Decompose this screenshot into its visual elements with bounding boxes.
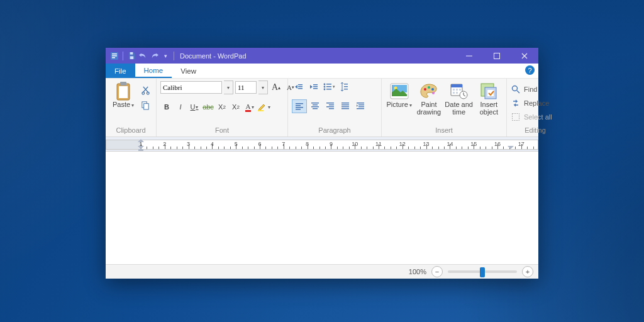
- svg-rect-42: [329, 108, 334, 109]
- svg-rect-60: [453, 89, 455, 91]
- bullets-button[interactable]: ▾: [322, 80, 336, 93]
- group-editing: Find Replace Select all Editing: [507, 79, 564, 136]
- svg-rect-43: [341, 103, 349, 104]
- zoom-in-button[interactable]: +: [522, 266, 533, 277]
- copy-button[interactable]: [140, 99, 151, 111]
- paste-button[interactable]: Paste▾: [109, 80, 137, 109]
- svg-rect-25: [326, 84, 331, 85]
- tab-view[interactable]: View: [172, 64, 205, 78]
- paragraph-settings-button[interactable]: [353, 99, 367, 112]
- replace-button[interactable]: Replace: [511, 97, 549, 109]
- cut-button[interactable]: [140, 84, 151, 96]
- undo-icon[interactable]: [138, 51, 148, 61]
- picture-icon: [390, 82, 409, 101]
- svg-rect-19: [313, 84, 318, 86]
- svg-point-55: [428, 86, 430, 89]
- svg-rect-44: [341, 104, 349, 106]
- ribbon-tabs: File Home View ?: [106, 64, 538, 79]
- svg-rect-3: [112, 57, 115, 58]
- svg-rect-15: [258, 110, 264, 111]
- line-spacing-button[interactable]: [337, 80, 351, 93]
- svg-rect-28: [344, 84, 348, 84]
- svg-rect-21: [313, 88, 318, 89]
- svg-rect-14: [143, 103, 148, 109]
- select-all-icon: [511, 112, 521, 122]
- svg-rect-32: [296, 105, 301, 106]
- paint-drawing-button[interactable]: Paint drawing: [415, 80, 442, 116]
- find-button[interactable]: Find: [511, 83, 537, 96]
- save-icon[interactable]: [126, 51, 136, 61]
- svg-rect-59: [451, 84, 462, 87]
- group-insert: Picture▾ Paint drawing Date and time Ins…: [382, 79, 507, 136]
- align-right-button[interactable]: [323, 99, 337, 112]
- window-controls: [455, 48, 538, 64]
- find-label: Find: [524, 86, 537, 93]
- align-left-button[interactable]: [292, 99, 307, 113]
- replace-label: Replace: [524, 99, 549, 107]
- font-color-button[interactable]: A▾: [243, 101, 256, 113]
- right-indent-marker[interactable]: [508, 146, 514, 149]
- svg-rect-37: [311, 106, 319, 108]
- tab-file[interactable]: File: [106, 64, 135, 78]
- svg-rect-69: [513, 114, 519, 121]
- insert-object-button[interactable]: Insert object: [475, 80, 502, 116]
- palette-icon: [419, 82, 438, 101]
- underline-button[interactable]: U▾: [188, 101, 201, 113]
- svg-rect-36: [313, 104, 318, 106]
- ribbon: Paste▾ Clipboard ▾ ▾ A▴: [106, 79, 538, 137]
- group-font: ▾ ▾ A▴ A▾ B I U▾ abc X2 X2 A▾ ▾: [157, 79, 288, 136]
- minimize-button[interactable]: [455, 48, 483, 64]
- zoom-slider[interactable]: [448, 270, 517, 273]
- svg-rect-33: [296, 107, 303, 108]
- svg-rect-64: [459, 89, 461, 91]
- zoom-out-button[interactable]: −: [431, 266, 443, 277]
- strikethrough-button[interactable]: abc: [202, 101, 214, 113]
- qat-menu-icon[interactable]: ▾: [160, 51, 170, 61]
- replace-icon: [511, 98, 521, 108]
- document-area[interactable]: [106, 152, 538, 264]
- picture-button[interactable]: Picture▾: [386, 80, 413, 109]
- svg-point-57: [432, 92, 435, 94]
- date-time-button[interactable]: Date and time: [445, 80, 473, 116]
- svg-rect-18: [298, 88, 303, 89]
- status-bar: 100% − +: [106, 264, 538, 279]
- align-center-button[interactable]: [308, 99, 322, 112]
- svg-rect-50: [357, 108, 364, 109]
- subscript-button[interactable]: X2: [216, 101, 228, 113]
- bold-button[interactable]: B: [160, 101, 173, 113]
- svg-point-24: [324, 89, 326, 91]
- highlight-button[interactable]: ▾: [257, 101, 270, 113]
- titlebar[interactable]: ▾ Document - WordPad: [106, 48, 538, 64]
- svg-rect-49: [358, 106, 364, 108]
- superscript-button[interactable]: X2: [230, 101, 242, 113]
- select-all-button[interactable]: Select all: [511, 111, 552, 123]
- svg-point-22: [324, 84, 326, 86]
- group-clipboard: Paste▾ Clipboard: [106, 79, 157, 136]
- paragraph-group-label: Paragraph: [292, 126, 377, 136]
- font-size-dropdown[interactable]: ▾: [258, 80, 268, 94]
- window-title: Document - WordPad: [180, 52, 247, 60]
- inc-indent-button[interactable]: [307, 80, 321, 93]
- help-button[interactable]: ?: [525, 65, 535, 75]
- font-name-input[interactable]: [160, 81, 222, 94]
- dec-indent-button[interactable]: [292, 80, 306, 93]
- svg-rect-47: [357, 103, 364, 104]
- svg-rect-39: [326, 103, 334, 104]
- svg-rect-27: [326, 89, 331, 90]
- object-icon: [479, 82, 498, 101]
- maximize-button[interactable]: [483, 48, 511, 64]
- ruler[interactable]: 1234567891011121314151617: [106, 137, 538, 152]
- redo-icon[interactable]: [149, 51, 159, 61]
- italic-button[interactable]: I: [174, 101, 187, 113]
- svg-rect-26: [326, 86, 331, 87]
- justify-button[interactable]: [338, 99, 352, 112]
- font-group-label: Font: [160, 126, 284, 136]
- svg-rect-31: [296, 103, 303, 104]
- tab-home[interactable]: Home: [135, 64, 172, 78]
- font-name-dropdown[interactable]: ▾: [224, 80, 233, 94]
- font-size-input[interactable]: [235, 81, 257, 94]
- editing-group-label: Editing: [511, 126, 560, 136]
- grow-font-button[interactable]: A▴: [270, 81, 282, 94]
- close-button[interactable]: [511, 48, 538, 64]
- svg-rect-17: [298, 86, 303, 87]
